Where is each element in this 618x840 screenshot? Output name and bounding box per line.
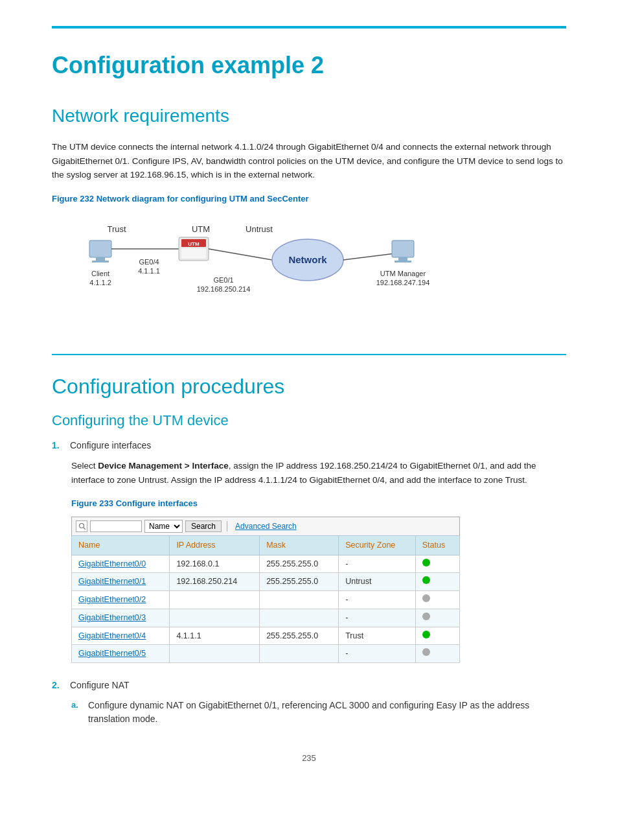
main-title: Configuration example 2: [52, 48, 566, 83]
iface-status-cell: [415, 555, 459, 573]
page-number: 235: [302, 753, 316, 763]
svg-line-11: [343, 253, 395, 260]
iface-name-cell[interactable]: GigabitEthernet0/0: [72, 555, 170, 573]
step-2: 2. Configure NAT: [52, 679, 566, 692]
status-dot-icon: [422, 648, 430, 656]
iface-name-cell[interactable]: GigabitEthernet0/5: [72, 645, 170, 663]
svg-text:GE0/1: GE0/1: [213, 276, 233, 284]
utm-label: UTM: [192, 224, 210, 234]
iface-zone-cell: -: [339, 555, 416, 573]
iface-mask-cell: 255.255.255.0: [260, 555, 339, 573]
configuring-utm-title: Configuring the UTM device: [52, 410, 566, 431]
step-2a: a. Configure dynamic NAT on GigabitEther…: [71, 699, 566, 726]
svg-rect-13: [398, 257, 407, 261]
step-1-body: Select Device Management > Interface, as…: [71, 459, 566, 487]
iface-zone-cell: -: [339, 645, 416, 663]
figure-232-caption: Figure 232 Network diagram for configuri…: [52, 192, 566, 205]
iface-status-cell: [415, 627, 459, 645]
iface-name-cell[interactable]: GigabitEthernet0/3: [72, 609, 170, 627]
step-2-label: Configure NAT: [70, 679, 130, 692]
iface-mask-cell: [260, 609, 339, 627]
network-requirements-title: Network requirements: [52, 102, 566, 130]
iface-ip-cell: 4.1.1.1: [170, 627, 260, 645]
table-header-row: Name IP Address Mask Security Zone Statu…: [72, 535, 460, 555]
col-name: Name: [72, 535, 170, 555]
iface-status-cell: [415, 645, 459, 663]
svg-text:4.1.1.2: 4.1.1.2: [89, 279, 111, 286]
iface-ip-cell: [170, 609, 260, 627]
config-procedures-title: Configuration procedures: [52, 371, 566, 402]
svg-text:UTM: UTM: [188, 241, 200, 247]
section-divider: [52, 354, 566, 355]
page-footer: 235: [52, 752, 566, 765]
col-ip: IP Address: [170, 535, 260, 555]
name-select[interactable]: Name: [144, 520, 183, 533]
svg-text:UTM Manager: UTM Manager: [380, 270, 426, 277]
interface-table: Name IP Address Mask Security Zone Statu…: [71, 535, 460, 663]
status-dot-icon: [422, 559, 430, 566]
search-icon: [76, 520, 87, 532]
step-2a-text: Configure dynamic NAT on GigabitEthernet…: [88, 699, 566, 726]
col-mask: Mask: [260, 535, 339, 555]
page: Configuration example 2 Network requirem…: [0, 0, 618, 840]
status-dot-icon: [422, 612, 430, 620]
col-zone: Security Zone: [339, 535, 416, 555]
status-dot-icon: [422, 576, 430, 584]
svg-point-23: [79, 524, 84, 528]
network-requirements-body: The UTM device connects the internal net…: [52, 140, 566, 182]
svg-text:GE0/4: GE0/4: [139, 258, 159, 266]
search-input[interactable]: [90, 520, 142, 532]
iface-mask-cell: [260, 645, 339, 663]
step-1-bold: Device Management > Interface: [98, 461, 228, 471]
iface-name-cell[interactable]: GigabitEthernet0/4: [72, 627, 170, 645]
step-1: 1. Configure interfaces: [52, 439, 566, 452]
advanced-search-link[interactable]: Advanced Search: [235, 520, 297, 532]
iface-mask-cell: 255.255.255.0: [260, 573, 339, 591]
interface-table-wrap: Name Search Advanced Search Name IP Addr…: [71, 517, 566, 663]
untrust-label: Untrust: [246, 224, 273, 234]
table-row: GigabitEthernet0/1192.168.250.214255.255…: [72, 573, 460, 591]
iface-ip-cell: [170, 645, 260, 663]
iface-ip-cell: 192.168.250.214: [170, 573, 260, 591]
iface-ip-cell: 192.168.0.1: [170, 555, 260, 573]
iface-name-cell[interactable]: GigabitEthernet0/2: [72, 591, 170, 609]
table-row: GigabitEthernet0/5-: [72, 645, 460, 663]
iface-zone-cell: Trust: [339, 627, 416, 645]
trust-label: Trust: [107, 224, 126, 234]
svg-text:Network: Network: [288, 254, 327, 265]
step-1-num: 1.: [52, 439, 63, 452]
step-2a-let: a.: [71, 699, 82, 712]
svg-line-8: [209, 249, 272, 260]
svg-text:Client: Client: [91, 270, 109, 277]
network-diagram: Trust UTM Untrust UTM Network: [52, 211, 566, 334]
status-dot-icon: [422, 631, 430, 638]
iface-mask-cell: [260, 591, 339, 609]
search-bar: Name Search Advanced Search: [71, 517, 460, 535]
svg-text:4.1.1.1: 4.1.1.1: [138, 267, 160, 275]
search-button[interactable]: Search: [185, 520, 222, 532]
svg-rect-2: [92, 261, 109, 262]
svg-rect-12: [392, 240, 414, 257]
top-border: [52, 26, 566, 29]
step-1-label: Configure interfaces: [70, 439, 151, 452]
svg-text:192.168.247.194: 192.168.247.194: [376, 279, 430, 286]
status-dot-icon: [422, 594, 430, 602]
svg-text:192.168.250.214: 192.168.250.214: [197, 285, 251, 293]
iface-name-cell[interactable]: GigabitEthernet0/1: [72, 573, 170, 591]
iface-status-cell: [415, 591, 459, 609]
table-row: GigabitEthernet0/2-: [72, 591, 460, 609]
table-row: GigabitEthernet0/44.1.1.1255.255.255.0Tr…: [72, 627, 460, 645]
svg-rect-6: [181, 248, 206, 259]
svg-rect-0: [89, 240, 111, 257]
iface-status-cell: [415, 573, 459, 591]
table-row: GigabitEthernet0/3-: [72, 609, 460, 627]
diagram-svg: Trust UTM Untrust UTM Network: [52, 218, 453, 328]
iface-zone-cell: -: [339, 591, 416, 609]
col-status: Status: [415, 535, 459, 555]
step-2-num: 2.: [52, 679, 63, 692]
table-row: GigabitEthernet0/0192.168.0.1255.255.255…: [72, 555, 460, 573]
figure-233-caption: Figure 233 Configure interfaces: [71, 497, 566, 510]
iface-ip-cell: [170, 591, 260, 609]
iface-mask-cell: 255.255.255.0: [260, 627, 339, 645]
iface-status-cell: [415, 609, 459, 627]
